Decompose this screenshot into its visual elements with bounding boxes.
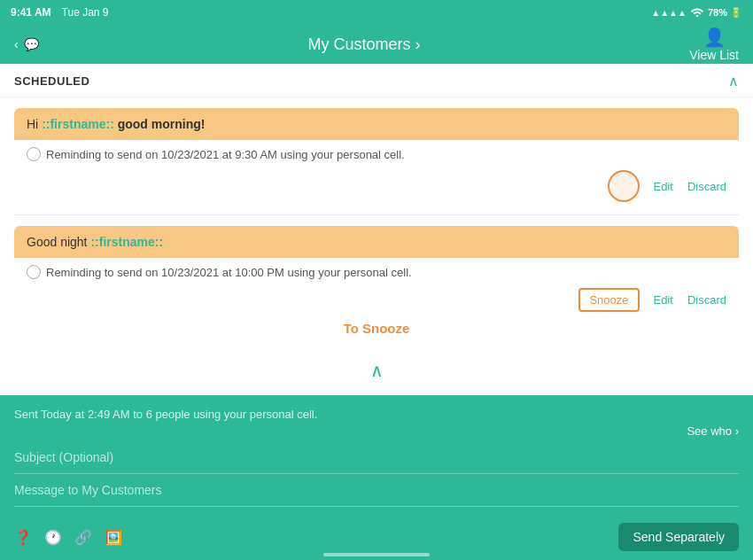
message-meta-text-2: Reminding to send on 10/23/2021 at 10:00…	[46, 266, 412, 279]
message-bubble-2: Good night ::firstname::	[14, 226, 739, 258]
question-icon[interactable]: ❓	[14, 529, 32, 546]
header-title: My Customers ›	[307, 35, 420, 54]
see-who-link[interactable]: See who ›	[14, 424, 739, 438]
status-day: Tue Jan 9	[62, 6, 109, 19]
status-time-area: 9:41 AM Tue Jan 9	[11, 6, 109, 19]
clock-icon[interactable]: 🕐	[44, 529, 62, 546]
snooze-button-2[interactable]: Snooze	[578, 288, 639, 312]
collapse-chevron-bottom-icon[interactable]: ∧	[370, 360, 384, 381]
status-time: 9:41 AM	[11, 6, 51, 19]
message-input[interactable]	[14, 479, 739, 501]
message-card-2: Good night ::firstname:: Reminding to se…	[14, 226, 739, 346]
status-indicators: ▲▲▲▲ 78% 🔋	[651, 6, 742, 19]
collapse-chevron-icon[interactable]: ∧	[728, 73, 739, 89]
message-meta-text-1: Reminding to send on 10/23/2021 at 9:30 …	[46, 148, 405, 161]
message-meta-2: Reminding to send on 10/23/2021 at 10:00…	[14, 258, 739, 283]
header: ‹ 💬 My Customers › 👤 View List	[0, 25, 753, 64]
message-meta-1: Reminding to send on 10/23/2021 at 9:30 …	[14, 140, 739, 165]
card-divider	[14, 214, 739, 215]
send-separately-button[interactable]: Send Separately	[618, 523, 739, 551]
chat-icon: 💬	[24, 37, 39, 51]
good-morning-text: good morning!	[118, 117, 206, 131]
to-snooze-label: To Snooze	[344, 321, 410, 336]
scheduled-header: SCHEDULED ∧	[0, 64, 753, 97]
edit-button-1[interactable]: Edit	[654, 180, 673, 193]
back-button[interactable]: ‹ 💬	[14, 37, 39, 51]
view-list-button[interactable]: 👤 View List	[689, 27, 739, 62]
message-actions-2: Snooze Edit Discard	[14, 283, 739, 321]
main-content: SCHEDULED ∧ Hi ::firstname:: good mornin…	[0, 64, 753, 395]
scheduled-label: SCHEDULED	[14, 74, 89, 88]
person-icon: 👤	[689, 27, 739, 48]
view-list-label: View List	[689, 48, 739, 62]
bottom-toolbar: ❓ 🕐 🔗 🖼️ Send Separately	[14, 523, 739, 551]
input-divider-1	[14, 473, 739, 474]
message-card-1: Hi ::firstname:: good morning! Reminding…	[14, 108, 739, 211]
message-bubble-1: Hi ::firstname:: good morning!	[14, 108, 739, 140]
home-indicator	[323, 553, 430, 556]
message-actions-1: Edit Discard	[14, 165, 739, 211]
input-divider-2	[14, 506, 739, 507]
edit-button-2[interactable]: Edit	[654, 293, 673, 307]
discard-button-1[interactable]: Discard	[687, 180, 726, 193]
toolbar-icons: ❓ 🕐 🔗 🖼️	[14, 529, 122, 546]
toggle-button-1[interactable]	[608, 170, 640, 202]
radio-icon-2[interactable]	[27, 265, 41, 279]
subject-input[interactable]	[14, 447, 739, 468]
firstname-tag-1: ::firstname::	[42, 117, 114, 131]
signal-icon: ▲▲▲▲	[651, 8, 687, 18]
discard-button-2[interactable]: Discard	[687, 293, 726, 307]
collapse-area: ∧	[0, 349, 753, 395]
battery-icon: 78% 🔋	[708, 7, 742, 19]
link-icon[interactable]: 🔗	[74, 529, 92, 546]
status-bar: 9:41 AM Tue Jan 9 ▲▲▲▲ 78% 🔋	[0, 0, 753, 25]
back-chevron-icon: ‹	[14, 37, 19, 51]
firstname-tag-2: ::firstname::	[90, 235, 163, 249]
bottom-area: Sent Today at 2:49 AM to 6 people using …	[0, 399, 753, 560]
wifi-icon	[690, 6, 704, 19]
radio-icon-1[interactable]	[27, 147, 41, 161]
photo-icon[interactable]: 🖼️	[105, 529, 122, 546]
sent-info: Sent Today at 2:49 AM to 6 people using …	[14, 408, 739, 421]
input-area	[14, 447, 739, 516]
